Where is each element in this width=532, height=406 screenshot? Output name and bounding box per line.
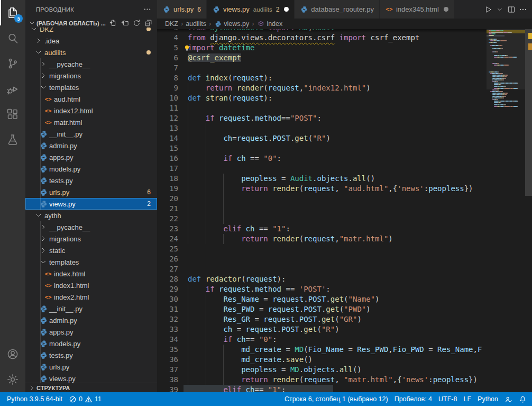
code-line[interactable]: md_create = MD(Fio_Name = Res_PWD,Fio_PW… [188, 345, 482, 355]
activitybar-item-extensions[interactable] [0, 102, 25, 127]
tree-item-apps.py[interactable]: apps.py [25, 326, 157, 338]
status-eol[interactable]: LF [460, 392, 474, 406]
tree-item-__init__.py[interactable]: __init__.py [25, 128, 157, 140]
activitybar-item-source-control[interactable] [0, 51, 25, 76]
tree-item-__pycache__[interactable]: __pycache__ [25, 58, 157, 70]
tree-item-DKZ[interactable]: DKZ [25, 28, 157, 35]
tree-item-apps.py[interactable]: apps.py [25, 151, 157, 163]
lightbulb-icon[interactable] [183, 44, 191, 52]
status-python-version[interactable]: Python 3.9.5 64-bit [4, 392, 66, 406]
tree-item-models.py[interactable]: models.py [25, 338, 157, 349]
code-area[interactable]: 3from aythh.models import MD,Audit4from … [157, 29, 487, 392]
tree-item-templates[interactable]: templates [25, 82, 157, 93]
tree-item-templates[interactable]: templates [25, 256, 157, 268]
activitybar-item-account[interactable] [0, 341, 25, 367]
tree-item-urls.py[interactable]: urls.py [25, 361, 157, 373]
code-line[interactable]: ch=request.POST.get("R") [188, 133, 331, 143]
code-line[interactable]: if request.method=="POST": [188, 113, 322, 123]
tab-database_roouter.py[interactable]: database_roouter.py [295, 0, 380, 19]
outline-section-header[interactable]: СТРУКТУРА [25, 383, 157, 392]
activitybar-item-settings[interactable] [0, 367, 25, 392]
tab-urls.py[interactable]: urls.py6 [157, 0, 207, 19]
status-language[interactable]: Python [474, 392, 501, 406]
code-line[interactable]: md_create.save() [188, 355, 313, 365]
minimap-line [517, 106, 518, 107]
new-file-icon[interactable] [108, 19, 118, 28]
code-line[interactable]: from aythh.models import MD,Audit [188, 29, 335, 33]
activitybar-item-explorer[interactable]: 3 [0, 0, 25, 25]
code-line[interactable]: return render(request, "aud.html",{'news… [188, 184, 473, 194]
run-button[interactable] [483, 5, 493, 14]
code-line[interactable]: if request.method == 'POST': [188, 284, 331, 294]
run-options-button[interactable] [495, 5, 505, 14]
tree-item-tests.py[interactable]: tests.py [25, 349, 157, 361]
tree-item-index2.html[interactable]: <>index2.html [25, 291, 157, 303]
code-line[interactable]: return render(request,"matr.html") [188, 234, 393, 244]
tree-item-index.html[interactable]: <>index.html [25, 268, 157, 279]
status-cursor-position[interactable]: Строка 6, столбец 1 (выбрано 12) [281, 392, 391, 406]
code-line[interactable]: if ch == "0": [188, 154, 281, 164]
code-line[interactable]: Res_PWD = request.POST.get("PWD") [188, 304, 371, 314]
activitybar-item-testing[interactable] [0, 127, 25, 152]
tree-item-audiiits[interactable]: audiiits [25, 47, 157, 58]
collapse-all-icon[interactable] [143, 19, 153, 28]
code-line[interactable]: peopless = Audit.objects.all() [188, 174, 375, 184]
code-line[interactable]: ch = request.POST.get("R") [188, 324, 340, 335]
views-and-more-actions-icon[interactable] [142, 5, 152, 14]
breadcrumb-item-DKZ[interactable]: DKZ [165, 20, 178, 28]
scrollbar-slider[interactable] [525, 29, 532, 196]
code-line[interactable]: from django.views.decorators.csrf import… [188, 33, 419, 43]
new-folder-icon[interactable] [120, 19, 130, 28]
minimap[interactable] [487, 29, 525, 392]
code-line[interactable]: peopless = MD.objects.all() [188, 365, 362, 375]
code-line[interactable]: @csrf_exempt [188, 53, 241, 63]
tree-item-.idea[interactable]: .idea [25, 35, 157, 47]
tab-views.py[interactable]: views.pyaudiiits2 [207, 0, 295, 19]
split-editor-button[interactable] [507, 5, 516, 14]
breadcrumb-item-audiiits[interactable]: audiiits [186, 20, 206, 28]
tree-item-migrations[interactable]: migrations [25, 70, 157, 82]
status-encoding[interactable]: UTF-8 [435, 392, 460, 406]
tree-item-views.py[interactable]: views.py [25, 373, 157, 383]
breadcrumb-item-index[interactable]: index [256, 20, 282, 28]
breadcrumb-item-views.py[interactable]: views.py [214, 20, 249, 28]
tab-index345.html[interactable]: <>index345.html [380, 0, 454, 19]
code-line[interactable]: def index(request): [188, 73, 272, 83]
tree-item-views.py[interactable]: views.py2 [25, 198, 157, 210]
tree-item-index12.html[interactable]: <>index12.html [25, 105, 157, 116]
status-notifications[interactable] [516, 392, 530, 406]
more-actions-button[interactable] [518, 5, 528, 14]
tree-item-admin.py[interactable]: admin.py [25, 314, 157, 326]
tree-item-aythh[interactable]: aythh [25, 210, 157, 221]
tree-item-migrations[interactable]: migrations [25, 233, 157, 245]
code-line[interactable]: import datetime [188, 43, 254, 53]
code-line[interactable]: def stran(request): [188, 93, 272, 103]
code-line[interactable]: return render(request,"index12.html") [188, 83, 371, 93]
code-line[interactable]: if ch== "0": [188, 335, 277, 345]
code-line[interactable]: return render(request, "matr.html",{'new… [188, 375, 478, 385]
code-line[interactable]: elif ch == "1": [188, 224, 290, 234]
workspace-section-header[interactable]: (РАБОЧАЯ ОБЛАСТЬ) ... [25, 19, 157, 28]
tree-item-models.py[interactable]: models.py [25, 163, 157, 175]
status-indentation[interactable]: Пробелов: 4 [391, 392, 435, 406]
code-line[interactable]: def redactor(request): [188, 274, 286, 284]
tree-item-aud.html[interactable]: <>aud.html [25, 93, 157, 105]
code-line[interactable]: Res_GR = request.POST.get("GR") [188, 314, 362, 324]
activitybar-item-run-debug[interactable] [0, 76, 25, 102]
minimap-line [505, 104, 506, 105]
tree-item-static[interactable]: static [25, 245, 157, 256]
tree-item-urls.py[interactable]: urls.py6 [25, 186, 157, 198]
code-line[interactable]: Res_Name = request.POST.get("Name") [188, 294, 380, 304]
tree-item-index1.html[interactable]: <>index1.html [25, 279, 157, 291]
editor-scrollbar[interactable] [525, 29, 532, 392]
status-problems[interactable]: 0 11 [66, 392, 105, 406]
tree-item-matr.html[interactable]: <>matr.html [25, 116, 157, 128]
tree-item-tests.py[interactable]: tests.py [25, 175, 157, 186]
tree-item-__pycache__[interactable]: __pycache__ [25, 221, 157, 233]
refresh-icon[interactable] [132, 19, 141, 28]
status-feedback[interactable] [501, 392, 516, 406]
tree-item-__init__.py[interactable]: __init__.py [25, 303, 157, 314]
tree-item-admin.py[interactable]: admin.py [25, 140, 157, 151]
activitybar-item-search[interactable] [0, 25, 25, 51]
code-line[interactable]: elif ch== "1": [188, 385, 286, 392]
